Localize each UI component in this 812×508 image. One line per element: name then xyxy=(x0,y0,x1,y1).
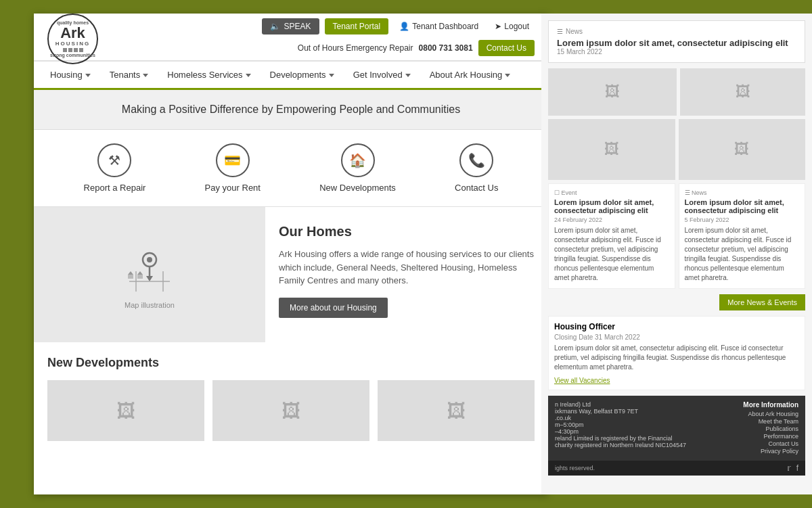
header-top-buttons: 🔈 SPEAK Tenant Portal 👤 Tenant Dashboard… xyxy=(262,18,535,34)
nav-item-homeless[interactable]: Homeless Services xyxy=(158,62,260,88)
hero-text: Making a Positive Difference by Empoweri… xyxy=(122,103,460,115)
event-icon: ☐ xyxy=(554,189,560,196)
image-placeholder-small-1: 🖼 xyxy=(680,68,805,116)
logout-button[interactable]: ➤ Logout xyxy=(489,18,535,34)
footer-company: n Ireland) Ltd xyxy=(555,401,743,408)
event-card-text: Lorem ipsum dolor sit amet, consectetur … xyxy=(554,226,669,283)
chevron-down-icon xyxy=(505,74,510,77)
tenant-portal-button[interactable]: Tenant Portal xyxy=(325,18,389,34)
nav-tenants-label: Tenants xyxy=(110,70,141,80)
rent-label: Pay your Rent xyxy=(205,183,261,193)
logo-strong-text: strong communities xyxy=(50,53,95,57)
contact-label: Contact Us xyxy=(455,183,498,193)
footer-link-about[interactable]: About Ark Housing xyxy=(743,411,798,417)
logout-icon: ➤ xyxy=(495,22,501,31)
logo-quality-text: quality homes xyxy=(57,20,89,25)
image-icon: 🖼 xyxy=(604,141,619,158)
svg-marker-3 xyxy=(146,276,153,281)
twitter-icon[interactable]: 𝕣 xyxy=(787,463,791,473)
speak-button[interactable]: 🔈 SPEAK xyxy=(262,18,319,34)
logo: quality homes Ark HOUSING strong communi… xyxy=(47,14,98,64)
header-right: 🔈 SPEAK Tenant Portal 👤 Tenant Dashboard… xyxy=(262,18,535,56)
our-homes-description: Ark Housing offers a wide range of housi… xyxy=(279,248,535,287)
news-card-date: 5 February 2022 xyxy=(685,216,800,223)
footer-link-team[interactable]: Meet the Team xyxy=(743,418,798,425)
map-label: Map illustration xyxy=(122,301,177,309)
news-popup-date: 15 March 2022 xyxy=(557,48,796,55)
right-panel: ☰ News Lorem ipsum dolor sit amet, conse… xyxy=(541,14,812,494)
contact-us-button[interactable]: Contact Us xyxy=(478,40,535,56)
footer-hours1: m–5:00pm xyxy=(555,421,743,428)
main-panel: quality homes Ark HOUSING strong communi… xyxy=(34,14,548,494)
quick-link-rent[interactable]: 💳 Pay your Rent xyxy=(205,143,261,193)
image-icon: 🖼 xyxy=(605,83,620,101)
footer-address: ixkmans Way, Belfast BT9 7ET xyxy=(555,408,743,415)
nav-item-housing[interactable]: Housing xyxy=(41,62,100,88)
footer-link-performance[interactable]: Performance xyxy=(743,433,798,440)
image-icon: 🖼 xyxy=(736,83,750,101)
footer-link-contact[interactable]: Contact Us xyxy=(743,440,798,447)
svg-point-1 xyxy=(147,257,152,262)
speak-label: SPEAK xyxy=(284,22,311,31)
svg-marker-8 xyxy=(128,271,133,275)
vacancy-text: Lorem ipsum dolor sit amet, consectetur … xyxy=(554,344,799,372)
nav-homeless-label: Homeless Services xyxy=(167,70,242,80)
content-row: Map illustration Our Homes Ark Housing o… xyxy=(34,207,548,342)
repair-label: Report a Repair xyxy=(84,183,146,193)
map-section: Map illustration xyxy=(34,207,265,342)
footer-registered: reland Limited is registered by the Fina… xyxy=(555,435,743,442)
repair-icon: ⚒ xyxy=(97,143,131,177)
social-icons: 𝕣 f xyxy=(787,463,798,473)
nav-item-developments[interactable]: Developments xyxy=(261,62,344,88)
main-nav: Housing Tenants Homeless Services Develo… xyxy=(34,61,548,90)
footer-link-privacy[interactable]: Privacy Policy xyxy=(743,448,798,455)
dashboard-icon: 👤 xyxy=(399,22,409,31)
footer-left-col: n Ireland) Ltd ixkmans Way, Belfast BT9 … xyxy=(555,401,743,448)
image-placeholder-med-1: 🖼 xyxy=(548,119,675,180)
contact-icon: 📞 xyxy=(459,143,493,177)
quick-link-new-devs[interactable]: 🏠 New Developments xyxy=(319,143,396,193)
footer-website: .co.uk xyxy=(555,415,743,421)
new-devs-title: New Developments xyxy=(47,356,535,370)
more-housing-button[interactable]: More about our Housing xyxy=(279,298,388,318)
quick-link-repair[interactable]: ⚒ Report a Repair xyxy=(84,143,146,193)
our-homes-section: Our Homes Ark Housing offers a wide rang… xyxy=(265,207,548,342)
image-grid-top: 🖼 🖼 xyxy=(548,68,805,116)
logo-area: quality homes Ark HOUSING strong communi… xyxy=(47,14,98,64)
dev-card-1-image-icon: 🖼 xyxy=(116,400,135,422)
footer-right: n Ireland) Ltd ixkmans Way, Belfast BT9 … xyxy=(548,396,805,461)
svg-rect-9 xyxy=(137,275,143,279)
news-card-text: Lorem ipsum dolor sit amet, consectetur … xyxy=(685,226,800,283)
right-panel-inner: ☰ News Lorem ipsum dolor sit amet, conse… xyxy=(541,14,812,494)
event-card-title: Lorem ipsum dolor sit amet, consectetur … xyxy=(554,198,669,214)
vacancy-closing: Closing Date 31 March 2022 xyxy=(554,333,799,341)
logo-sq4 xyxy=(79,48,83,52)
dev-card-2-image-icon: 🖼 xyxy=(281,400,300,422)
nav-item-get-involved[interactable]: Get Involved xyxy=(344,62,420,88)
rent-icon: 💳 xyxy=(216,143,250,177)
tenant-dashboard-button[interactable]: 👤 Tenant Dashboard xyxy=(394,18,484,34)
view-all-vacancies-link[interactable]: View all Vacancies xyxy=(554,377,610,384)
logo-sq1 xyxy=(63,48,67,52)
chevron-down-icon xyxy=(405,74,411,77)
new-devs-icon: 🏠 xyxy=(341,143,375,177)
footer-charity: charity registered in Northern Ireland N… xyxy=(555,442,743,448)
nav-item-about[interactable]: About Ark Housing xyxy=(420,62,520,88)
news-popup-title: Lorem ipsum dolor sit amet, consectetur … xyxy=(557,38,796,48)
emergency-phone: 0800 731 3081 xyxy=(419,43,473,53)
emergency-label: Out of Hours Emergency Repair xyxy=(298,43,413,53)
logo-squares xyxy=(63,48,83,52)
facebook-icon[interactable]: f xyxy=(796,463,798,473)
dev-cards-row: 🖼 🖼 🖼 xyxy=(47,380,535,441)
image-placeholder-large: 🖼 xyxy=(548,68,677,116)
event-card: ☐ Event Lorem ipsum dolor sit amet, cons… xyxy=(548,183,675,289)
more-news-button[interactable]: More News & Events xyxy=(719,294,805,310)
quick-links-section: ⚒ Report a Repair 💳 Pay your Rent 🏠 New … xyxy=(34,130,548,207)
quick-link-contact[interactable]: 📞 Contact Us xyxy=(455,143,498,193)
dev-card-1: 🖼 xyxy=(47,380,204,441)
dashboard-label: Tenant Dashboard xyxy=(412,22,478,31)
footer-right-col: More Information About Ark Housing Meet … xyxy=(743,401,798,455)
image-icon: 🖼 xyxy=(734,141,749,158)
footer-link-publications[interactable]: Publications xyxy=(743,425,798,432)
nav-item-tenants[interactable]: Tenants xyxy=(100,62,158,88)
